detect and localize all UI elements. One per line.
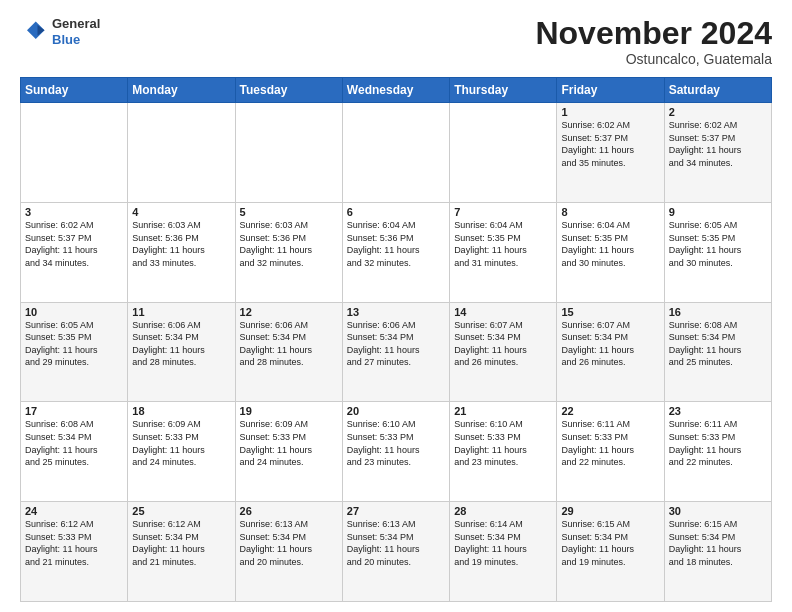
logo-general: General [52, 16, 100, 32]
day-number: 17 [25, 405, 123, 417]
day-cell: 19Sunrise: 6:09 AM Sunset: 5:33 PM Dayli… [235, 402, 342, 502]
day-cell [235, 103, 342, 203]
logo-icon [20, 18, 48, 46]
day-cell: 4Sunrise: 6:03 AM Sunset: 5:36 PM Daylig… [128, 202, 235, 302]
day-cell: 28Sunrise: 6:14 AM Sunset: 5:34 PM Dayli… [450, 502, 557, 602]
day-info: Sunrise: 6:15 AM Sunset: 5:34 PM Dayligh… [561, 518, 659, 568]
day-info: Sunrise: 6:13 AM Sunset: 5:34 PM Dayligh… [240, 518, 338, 568]
day-number: 12 [240, 306, 338, 318]
logo: General Blue [20, 16, 100, 47]
logo-blue: Blue [52, 32, 100, 48]
day-number: 13 [347, 306, 445, 318]
day-cell: 23Sunrise: 6:11 AM Sunset: 5:33 PM Dayli… [664, 402, 771, 502]
day-header-wednesday: Wednesday [342, 78, 449, 103]
day-number: 18 [132, 405, 230, 417]
day-cell: 3Sunrise: 6:02 AM Sunset: 5:37 PM Daylig… [21, 202, 128, 302]
day-number: 21 [454, 405, 552, 417]
day-number: 8 [561, 206, 659, 218]
day-cell: 26Sunrise: 6:13 AM Sunset: 5:34 PM Dayli… [235, 502, 342, 602]
day-header-thursday: Thursday [450, 78, 557, 103]
day-info: Sunrise: 6:12 AM Sunset: 5:34 PM Dayligh… [132, 518, 230, 568]
day-number: 23 [669, 405, 767, 417]
day-info: Sunrise: 6:04 AM Sunset: 5:35 PM Dayligh… [454, 219, 552, 269]
day-cell: 25Sunrise: 6:12 AM Sunset: 5:34 PM Dayli… [128, 502, 235, 602]
day-info: Sunrise: 6:03 AM Sunset: 5:36 PM Dayligh… [132, 219, 230, 269]
day-info: Sunrise: 6:12 AM Sunset: 5:33 PM Dayligh… [25, 518, 123, 568]
day-cell [342, 103, 449, 203]
day-header-tuesday: Tuesday [235, 78, 342, 103]
day-info: Sunrise: 6:11 AM Sunset: 5:33 PM Dayligh… [669, 418, 767, 468]
week-row-0: 1Sunrise: 6:02 AM Sunset: 5:37 PM Daylig… [21, 103, 772, 203]
page: General Blue November 2024 Ostuncalco, G… [0, 0, 792, 612]
week-row-4: 24Sunrise: 6:12 AM Sunset: 5:33 PM Dayli… [21, 502, 772, 602]
day-info: Sunrise: 6:06 AM Sunset: 5:34 PM Dayligh… [240, 319, 338, 369]
day-number: 10 [25, 306, 123, 318]
svg-marker-2 [38, 25, 45, 36]
day-info: Sunrise: 6:02 AM Sunset: 5:37 PM Dayligh… [561, 119, 659, 169]
day-number: 26 [240, 505, 338, 517]
day-cell: 2Sunrise: 6:02 AM Sunset: 5:37 PM Daylig… [664, 103, 771, 203]
day-number: 5 [240, 206, 338, 218]
day-info: Sunrise: 6:10 AM Sunset: 5:33 PM Dayligh… [347, 418, 445, 468]
day-info: Sunrise: 6:02 AM Sunset: 5:37 PM Dayligh… [25, 219, 123, 269]
day-number: 28 [454, 505, 552, 517]
day-number: 6 [347, 206, 445, 218]
day-info: Sunrise: 6:13 AM Sunset: 5:34 PM Dayligh… [347, 518, 445, 568]
day-number: 25 [132, 505, 230, 517]
day-cell: 1Sunrise: 6:02 AM Sunset: 5:37 PM Daylig… [557, 103, 664, 203]
day-cell [128, 103, 235, 203]
day-cell: 20Sunrise: 6:10 AM Sunset: 5:33 PM Dayli… [342, 402, 449, 502]
day-cell: 21Sunrise: 6:10 AM Sunset: 5:33 PM Dayli… [450, 402, 557, 502]
day-info: Sunrise: 6:11 AM Sunset: 5:33 PM Dayligh… [561, 418, 659, 468]
day-cell: 7Sunrise: 6:04 AM Sunset: 5:35 PM Daylig… [450, 202, 557, 302]
day-number: 3 [25, 206, 123, 218]
day-cell: 14Sunrise: 6:07 AM Sunset: 5:34 PM Dayli… [450, 302, 557, 402]
day-info: Sunrise: 6:06 AM Sunset: 5:34 PM Dayligh… [132, 319, 230, 369]
day-cell: 24Sunrise: 6:12 AM Sunset: 5:33 PM Dayli… [21, 502, 128, 602]
day-cell: 29Sunrise: 6:15 AM Sunset: 5:34 PM Dayli… [557, 502, 664, 602]
day-info: Sunrise: 6:05 AM Sunset: 5:35 PM Dayligh… [25, 319, 123, 369]
title-block: November 2024 Ostuncalco, Guatemala [535, 16, 772, 67]
day-cell: 18Sunrise: 6:09 AM Sunset: 5:33 PM Dayli… [128, 402, 235, 502]
day-info: Sunrise: 6:04 AM Sunset: 5:36 PM Dayligh… [347, 219, 445, 269]
day-header-sunday: Sunday [21, 78, 128, 103]
day-cell: 5Sunrise: 6:03 AM Sunset: 5:36 PM Daylig… [235, 202, 342, 302]
day-number: 30 [669, 505, 767, 517]
day-number: 16 [669, 306, 767, 318]
day-cell: 30Sunrise: 6:15 AM Sunset: 5:34 PM Dayli… [664, 502, 771, 602]
day-number: 7 [454, 206, 552, 218]
day-number: 29 [561, 505, 659, 517]
day-number: 15 [561, 306, 659, 318]
day-info: Sunrise: 6:10 AM Sunset: 5:33 PM Dayligh… [454, 418, 552, 468]
day-number: 20 [347, 405, 445, 417]
day-number: 2 [669, 106, 767, 118]
week-row-3: 17Sunrise: 6:08 AM Sunset: 5:34 PM Dayli… [21, 402, 772, 502]
day-number: 1 [561, 106, 659, 118]
day-header-friday: Friday [557, 78, 664, 103]
day-cell: 17Sunrise: 6:08 AM Sunset: 5:34 PM Dayli… [21, 402, 128, 502]
month-title: November 2024 [535, 16, 772, 51]
day-header-saturday: Saturday [664, 78, 771, 103]
day-header-monday: Monday [128, 78, 235, 103]
day-number: 22 [561, 405, 659, 417]
day-info: Sunrise: 6:03 AM Sunset: 5:36 PM Dayligh… [240, 219, 338, 269]
day-cell: 22Sunrise: 6:11 AM Sunset: 5:33 PM Dayli… [557, 402, 664, 502]
day-cell: 9Sunrise: 6:05 AM Sunset: 5:35 PM Daylig… [664, 202, 771, 302]
day-info: Sunrise: 6:06 AM Sunset: 5:34 PM Dayligh… [347, 319, 445, 369]
logo-text: General Blue [52, 16, 100, 47]
day-cell [21, 103, 128, 203]
day-cell: 6Sunrise: 6:04 AM Sunset: 5:36 PM Daylig… [342, 202, 449, 302]
calendar: SundayMondayTuesdayWednesdayThursdayFrid… [20, 77, 772, 602]
day-info: Sunrise: 6:07 AM Sunset: 5:34 PM Dayligh… [454, 319, 552, 369]
day-info: Sunrise: 6:09 AM Sunset: 5:33 PM Dayligh… [240, 418, 338, 468]
day-cell: 12Sunrise: 6:06 AM Sunset: 5:34 PM Dayli… [235, 302, 342, 402]
calendar-body: 1Sunrise: 6:02 AM Sunset: 5:37 PM Daylig… [21, 103, 772, 602]
day-cell: 13Sunrise: 6:06 AM Sunset: 5:34 PM Dayli… [342, 302, 449, 402]
day-info: Sunrise: 6:15 AM Sunset: 5:34 PM Dayligh… [669, 518, 767, 568]
day-info: Sunrise: 6:09 AM Sunset: 5:33 PM Dayligh… [132, 418, 230, 468]
day-info: Sunrise: 6:02 AM Sunset: 5:37 PM Dayligh… [669, 119, 767, 169]
day-info: Sunrise: 6:08 AM Sunset: 5:34 PM Dayligh… [25, 418, 123, 468]
header: General Blue November 2024 Ostuncalco, G… [20, 16, 772, 67]
week-row-1: 3Sunrise: 6:02 AM Sunset: 5:37 PM Daylig… [21, 202, 772, 302]
day-number: 27 [347, 505, 445, 517]
